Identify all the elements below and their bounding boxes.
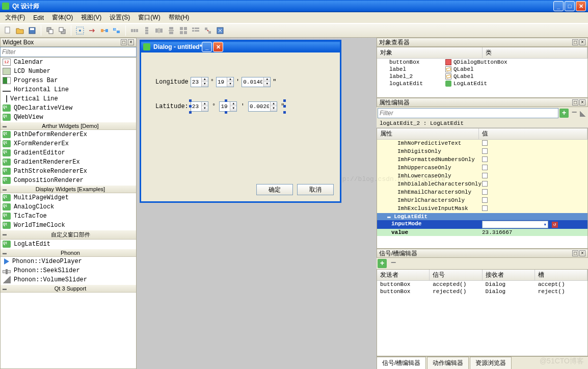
dialog-window[interactable]: Dialog - untitled* _ ✕ Longitude ▲▼ ° ▲▼… — [140, 40, 341, 203]
dialog-close-button[interactable]: ✕ — [213, 42, 223, 52]
minimize-button[interactable]: _ — [553, 1, 564, 11]
lat-min-spinbox[interactable]: ▲▼ — [219, 101, 237, 112]
objectinspector-tree[interactable]: 对象 类 buttonBoxQDialogButtonBox labelQLab… — [377, 47, 588, 98]
ss-remove-button[interactable]: − — [389, 259, 398, 268]
menu-edit[interactable]: Edit — [30, 13, 47, 22]
widget-composition[interactable]: CompositionRenderer — [1, 176, 136, 185]
menu-window[interactable]: 窗口(W) — [135, 12, 163, 23]
widget-worldtimeclock[interactable]: WorldTimeClock — [1, 221, 136, 230]
widget-lcdnumber[interactable]: LCD Number — [1, 67, 136, 76]
pe-row-inputmode[interactable]: inputModeDegSecMin ↺ — [377, 220, 587, 229]
widget-gradientrenderer[interactable]: GradientRendererEx — [1, 157, 136, 167]
menu-help[interactable]: 帮助(H) — [166, 12, 193, 23]
edit-taborder-button[interactable]: 123 — [111, 25, 122, 36]
break-layout-button[interactable] — [202, 25, 213, 36]
send-back-button[interactable] — [44, 25, 56, 36]
pe-add-button[interactable]: + — [559, 109, 569, 118]
pe-section-loglatedit[interactable]: ▬ LogLatEdit — [377, 213, 587, 220]
lng-sec-spinbox[interactable]: ▲▼ — [242, 77, 271, 87]
widget-hline[interactable]: Horizontal Line — [1, 85, 136, 94]
pe-imhurl[interactable]: ImhUrlCharactersOnly — [377, 197, 587, 205]
ok-button[interactable]: 确定 — [256, 184, 293, 195]
layout-horiz-button[interactable] — [129, 25, 140, 36]
dialog-body[interactable]: Longitude ▲▼ ° ▲▼ ′ ▲▼ ″ Latitude: — [141, 52, 340, 201]
oi-col-object[interactable]: 对象 — [377, 47, 483, 58]
signalslot-table[interactable]: 发送者 信号 接收者 槽 buttonBoxaccepted()Dialogac… — [377, 269, 588, 356]
edit-signals-button[interactable] — [87, 25, 98, 36]
lat-deg-spinbox[interactable]: ▲▼ — [191, 101, 208, 112]
ss-col-slot[interactable]: 槽 — [535, 270, 587, 280]
menu-form[interactable]: 窗体(O) — [49, 12, 76, 23]
menu-file[interactable]: 文件(F) — [2, 12, 28, 23]
widget-progressbar[interactable]: Progress Bar — [1, 76, 136, 85]
layout-vert-button[interactable] — [141, 25, 152, 36]
close-button[interactable]: ✕ — [576, 1, 586, 11]
pe-col-value[interactable]: 值 — [479, 128, 587, 139]
widget-tictactoe[interactable]: TicTacToe — [1, 212, 136, 221]
oi-col-class[interactable]: 类 — [483, 47, 588, 58]
ss-col-receiver[interactable]: 接收者 — [483, 270, 535, 280]
widget-cat-qt3[interactable]: Qt 3 Support — [1, 284, 136, 293]
cancel-button[interactable]: 取消 — [297, 184, 334, 195]
ss-row-accepted[interactable]: buttonBoxaccepted()Dialogaccept() — [377, 281, 587, 288]
widget-multipage[interactable]: MultiPageWidget — [1, 193, 136, 202]
pe-config-button[interactable] — [580, 110, 587, 117]
widget-gradienteditor[interactable]: GradientEditor — [1, 148, 136, 157]
layout-grid-button[interactable] — [178, 25, 189, 36]
widget-calendar[interactable]: Calendar — [1, 58, 136, 67]
widget-cat-display[interactable]: Display Widgets [Examples] — [1, 185, 136, 193]
tab-resource[interactable]: 资源浏览器 — [470, 357, 512, 369]
widget-cat-phonon[interactable]: Phonon — [1, 249, 136, 257]
reset-button[interactable]: ↺ — [552, 222, 558, 228]
widget-qwebview[interactable]: QWebView — [1, 113, 136, 122]
design-canvas[interactable]: http://blog.csdn.net/g.selite Dialog - u… — [137, 38, 377, 369]
oi-row-label2[interactable]: label_2QLabel — [377, 73, 587, 80]
new-form-button[interactable] — [2, 25, 13, 36]
save-button[interactable] — [26, 25, 38, 36]
ss-col-signal[interactable]: 信号 — [430, 270, 482, 280]
ss-float-button[interactable]: □ — [572, 250, 578, 256]
pe-imhupper[interactable]: ImhUppercaseOnly — [377, 164, 587, 172]
oi-row-buttonbox[interactable]: buttonBoxQDialogButtonBox — [377, 59, 587, 66]
widget-pathdeform[interactable]: PathDeformRendererEx — [1, 130, 136, 139]
tab-action[interactable]: 动作编辑器 — [427, 357, 469, 369]
widget-loglatedit[interactable]: LogLatEdit — [1, 240, 136, 249]
pe-imhnopredictive[interactable]: ImhNoPredictiveText — [377, 140, 587, 148]
dock-close-button[interactable]: × — [128, 39, 134, 45]
widget-seekslider[interactable]: Phonon::SeekSlider — [1, 266, 136, 275]
lat-sec-spinbox[interactable]: ▲▼ — [248, 101, 277, 112]
pe-col-property[interactable]: 属性 — [377, 128, 479, 139]
adjust-size-button[interactable] — [215, 25, 226, 36]
widget-cat-arthur[interactable]: Arthur Widgets [Demo] — [1, 122, 136, 130]
widgetbox-filter[interactable] — [0, 47, 137, 57]
edit-widgets-button[interactable] — [74, 25, 86, 36]
menu-view[interactable]: 视图(V) — [78, 12, 104, 23]
inputmode-combo[interactable]: DegSecMin — [482, 221, 548, 228]
pe-imhformatted[interactable]: ImhFormattedNumbersOnly — [377, 156, 587, 164]
widget-xform[interactable]: XFormRendererEx — [1, 139, 136, 148]
propertyeditor-filter[interactable] — [378, 108, 558, 118]
tab-signalslot[interactable]: 信号/槽编辑器 — [377, 357, 426, 369]
pe-close-button[interactable]: × — [579, 99, 585, 106]
ss-col-sender[interactable]: 发送者 — [377, 270, 430, 280]
widget-volumeslider[interactable]: Phonon::VolumeSlider — [1, 275, 136, 284]
widget-qdeclarativeview[interactable]: QDeclarativeView — [1, 103, 136, 113]
layout-vert-splitter-button[interactable] — [166, 25, 177, 36]
pe-imhexclusive[interactable]: ImhExclusiveInputMask — [377, 205, 587, 213]
menu-settings[interactable]: 设置(S) — [106, 12, 133, 23]
checkbox-icon[interactable] — [482, 140, 488, 146]
maximize-button[interactable]: □ — [565, 1, 575, 11]
bring-front-button[interactable] — [57, 25, 68, 36]
widgetbox-list[interactable]: Calendar LCD Number Progress Bar Horizon… — [0, 57, 137, 369]
oi-close-button[interactable]: × — [579, 39, 585, 45]
pe-imhemail[interactable]: ImhEmailCharactersOnly — [377, 189, 587, 197]
widget-analogclock[interactable]: AnalogClock — [1, 202, 136, 212]
dialog-minimize-button[interactable]: _ — [202, 42, 212, 52]
edit-buddies-button[interactable] — [99, 25, 110, 36]
widget-cat-custom[interactable]: 自定义窗口部件 — [1, 230, 136, 240]
layout-horiz-splitter-button[interactable] — [153, 25, 165, 36]
pe-imhdigitsonly[interactable]: ImhDigitsOnly — [377, 148, 587, 156]
pe-float-button[interactable]: □ — [572, 99, 578, 106]
oi-row-loglatedit[interactable]: logLatEditLogLatEdit — [377, 80, 587, 87]
oi-float-button[interactable]: □ — [572, 39, 578, 45]
